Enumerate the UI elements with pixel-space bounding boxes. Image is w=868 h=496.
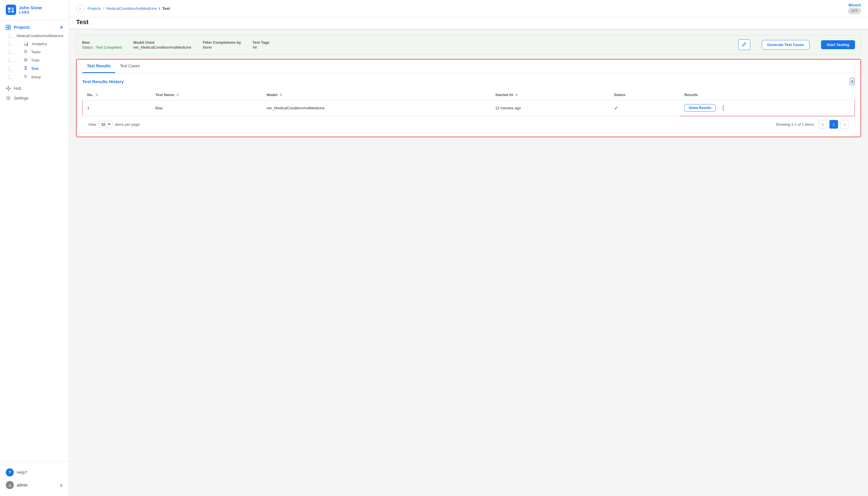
more-options-button[interactable]: ⋮ [720,105,726,111]
showing-label: Showing 1-1 of 1 items [776,122,814,127]
start-testing-button[interactable]: Start Testing [821,40,855,49]
row-results: Show Results ⋮ [680,100,854,116]
sidebar-item-test[interactable]: Test [6,64,69,73]
svg-point-13 [8,88,9,89]
page-1-button[interactable]: 1 [829,120,838,129]
info-tags: Test Tags All [253,40,270,49]
collapse-button[interactable]: ∧ [850,78,855,85]
view-label: View [88,122,96,127]
col-started-at: Started At ⇅ [491,90,609,100]
col-test-name-label: Test Name [155,93,174,97]
edit-button[interactable] [738,40,750,50]
no-sort-icon[interactable]: ⇅ [95,93,98,97]
train-icon [24,58,28,63]
sidebar-item-settings[interactable]: Settings [0,93,69,103]
hub-icon [6,86,11,91]
col-started-at-label: Started At [495,93,513,97]
test-icon [24,66,28,71]
svg-point-17 [10,88,11,89]
col-no-label: No. [87,93,93,97]
started-at-sort-icon[interactable]: ⇅ [515,93,518,97]
sidebar-project-name[interactable]: MedicalConditionAndMedicine [6,32,69,40]
prev-page-button[interactable]: ‹ [819,120,827,129]
admin-left: a admin [6,481,28,489]
setup-icon [24,75,28,79]
avatar: a [6,481,14,489]
breadcrumb-projects[interactable]: Projects [88,6,101,11]
help-button[interactable]: ? Help? [0,466,69,479]
sidebar-item-analytics[interactable]: 📊 Analytics [6,40,69,48]
help-label: Help? [17,470,27,475]
analytics-label: Analytics [32,42,47,46]
filter-value: None [203,45,241,49]
per-page-select[interactable]: 10 25 50 [99,121,113,128]
admin-initial: a [9,483,11,487]
tab-test-results[interactable]: Test Results [83,60,115,73]
page-title: Test [69,17,868,29]
sidebar-toggle-button[interactable]: ‹ [76,5,84,13]
help-icon: ? [6,468,14,477]
tags-value: All [253,45,270,49]
company-name: John Snow [19,5,42,10]
col-status: Status [609,90,680,100]
info-filter: Filter Completions by None [203,40,241,49]
breadcrumb-project[interactable]: MedicalConditionAndMedicine [107,6,157,11]
row-model: ner_MedicalConditionAndMedicine [262,100,491,116]
tasks-icon [24,49,28,55]
topbar: ‹ Projects / MedicalConditionAndMedicine… [69,0,868,17]
svg-rect-7 [9,28,11,30]
tab-panel: Test Results Test Cases Test Results His… [76,59,861,137]
col-no: No. ⇅ [83,90,151,100]
next-page-button[interactable]: › [840,120,849,129]
status-check-icon: ✓ [614,105,618,111]
test-label: Test [31,66,39,71]
col-model: Model ⇅ [262,90,491,100]
results-table: No. ⇅ Test Name ⇅ Model ⇅ [83,90,855,116]
info-bar: Bias Status : Test Completed Model Used … [76,35,861,55]
svg-point-12 [25,59,26,60]
sidebar-nav: Projects ∧ MedicalConditionAndMedicine 📊… [0,20,69,461]
table-head: No. ⇅ Test Name ⇅ Model ⇅ [83,90,855,100]
content-area: Bias Status : Test Completed Model Used … [69,29,868,496]
show-results-button[interactable]: Show Results [684,104,716,112]
tab-test-cases[interactable]: Test Cases [115,60,144,73]
svg-rect-1 [12,7,14,10]
hub-label: Hub [14,86,21,91]
bias-status: Status : Test Completed [82,45,122,49]
svg-rect-0 [8,7,10,10]
setup-label: Setup [31,75,41,79]
pagination-bar: View 10 25 50 items per page Showing 1-1… [83,116,855,132]
model-value: ner_MedicalConditionAndMedicine [133,45,191,49]
sidebar-item-projects[interactable]: Projects ∧ [0,22,69,32]
company-sub: LABS [19,10,42,14]
sidebar: John Snow LABS Projects ∧ MedicalConditi… [0,0,69,496]
svg-point-3 [12,10,14,13]
results-header: Test Results History ∧ [83,78,855,85]
logo-icon [6,5,16,15]
sidebar-item-train[interactable]: Train [6,56,69,64]
topbar-area: ‹ Projects / MedicalConditionAndMedicine… [69,0,868,29]
table-row: 1 Bias ner_MedicalConditionAndMedicine 1… [83,100,855,116]
col-test-name: Test Name ⇅ [151,90,263,100]
settings-icon [6,95,11,101]
wizard-toggle[interactable]: Wizard OFF [848,3,861,14]
svg-point-14 [8,86,9,87]
tab-test-cases-label: Test Cases [120,64,140,68]
breadcrumb-sep1: / [103,6,105,11]
train-label: Train [31,58,40,62]
svg-point-16 [6,88,7,89]
project-children: MedicalConditionAndMedicine 📊 Analytics … [0,32,69,81]
sidebar-item-tasks[interactable]: Tasks [6,48,69,56]
admin-row[interactable]: a admin ∧ [0,479,69,491]
tab-test-results-label: Test Results [87,64,110,68]
toggle-off-badge[interactable]: OFF [848,8,861,14]
sidebar-item-hub[interactable]: Hub [0,83,69,93]
projects-icon [6,25,11,30]
project-name-label: MedicalConditionAndMedicine [17,34,63,38]
sidebar-item-setup[interactable]: Setup [6,73,69,81]
test-name-sort-icon[interactable]: ⇅ [176,93,179,97]
model-sort-icon[interactable]: ⇅ [280,93,282,97]
analytics-icon: 📊 [24,42,29,46]
generate-test-cases-button[interactable]: Generate Test Cases [762,40,810,49]
table-header-row: No. ⇅ Test Name ⇅ Model ⇅ [83,90,855,100]
